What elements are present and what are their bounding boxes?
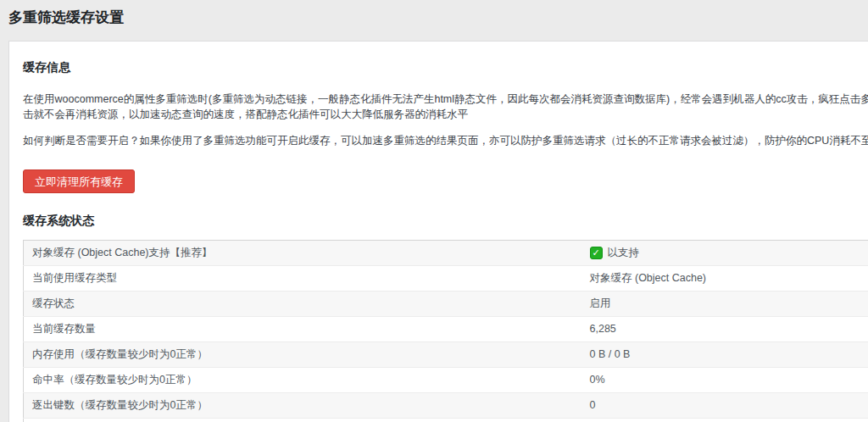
cache-status-table: 对象缓存 (Object Cache)支持【推荐】 ✓ 以支持 当前使用缓存类型…: [23, 240, 868, 422]
row-label: 当前缓存数量: [24, 317, 581, 342]
row-value: 0: [581, 393, 868, 419]
row-value: 0%: [581, 368, 868, 393]
row-label: 对象缓存 (Object Cache)支持【推荐】: [24, 241, 581, 266]
page-title: 多重筛选缓存设置: [8, 8, 124, 27]
settings-panel: 缓存信息 在使用woocommerce的属性多重筛选时(多重筛选为动态链接，一般…: [8, 41, 868, 422]
row-label: 命中率（缓存数量较少时为0正常）: [24, 368, 581, 393]
row-value-cell: ✓ 以支持: [581, 241, 868, 266]
clear-all-cache-button[interactable]: 立即清理所有缓存: [23, 169, 135, 193]
row-value: 3,600 秒 (1 小时): [581, 419, 868, 422]
table-row: 对象缓存 (Object Cache)支持【推荐】 ✓ 以支持: [24, 241, 868, 266]
table-row: 缓存过期时间 3,600 秒 (1 小时): [24, 419, 868, 422]
row-value: 6,285: [581, 317, 868, 342]
table-row: 当前使用缓存类型 对象缓存 (Object Cache): [24, 266, 868, 292]
row-label: 逐出键数（缓存数量较少时为0正常）: [24, 393, 581, 419]
row-value: 启用: [581, 292, 868, 317]
green-check-icon: ✓: [590, 247, 603, 259]
cache-info-description: 在使用woocommerce的属性多重筛选时(多重筛选为动态链接，一般静态化插件…: [23, 92, 868, 122]
cache-info-paragraph2: 如何判断是否需要开启？如果你使用了多重筛选功能可开启此缓存，可以加速多重筛选的结…: [23, 133, 868, 148]
row-value: 以支持: [608, 247, 640, 259]
cache-status-heading: 缓存系统状态: [23, 214, 868, 229]
row-label: 内存使用（缓存数量较少时为0正常）: [24, 342, 581, 368]
cache-info-heading: 缓存信息: [23, 60, 868, 75]
table-row: 当前缓存数量 6,285: [24, 317, 868, 342]
row-label: 缓存状态: [24, 292, 581, 317]
row-label: 缓存过期时间: [24, 419, 581, 422]
row-value: 对象缓存 (Object Cache): [581, 266, 868, 292]
cache-info-paragraph1-line2: 击就不会再消耗资源，以加速动态查询的速度，搭配静态化插件可以大大降低服务器的消耗…: [23, 107, 868, 122]
table-row: 命中率（缓存数量较少时为0正常） 0%: [24, 368, 868, 393]
row-value: 0 B / 0 B: [581, 342, 868, 368]
cache-info-paragraph1-line1: 在使用woocommerce的属性多重筛选时(多重筛选为动态链接，一般静态化插件…: [23, 92, 868, 107]
table-row: 逐出键数（缓存数量较少时为0正常） 0: [24, 393, 868, 419]
table-row: 内存使用（缓存数量较少时为0正常） 0 B / 0 B: [24, 342, 868, 368]
row-label: 当前使用缓存类型: [24, 266, 581, 292]
table-row: 缓存状态 启用: [24, 292, 868, 317]
